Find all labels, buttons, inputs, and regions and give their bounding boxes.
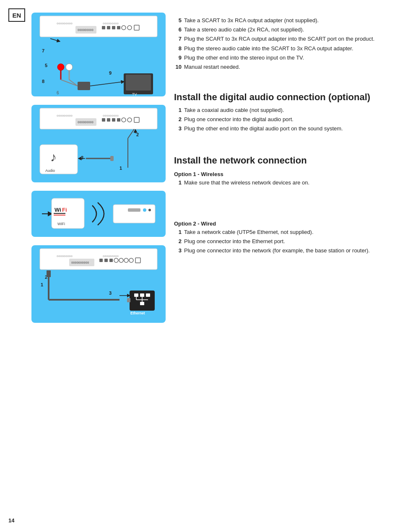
step-number: 1 (174, 106, 182, 114)
step-number: 1 (174, 228, 182, 236)
svg-point-63 (148, 209, 151, 211)
svg-text:WiFi: WiFi (57, 222, 65, 226)
svg-rect-36 (112, 118, 115, 122)
svg-rect-47 (110, 156, 114, 161)
diagram-audio: ooooooooo ooooooooo 000000000 ♪ Audio (31, 105, 166, 182)
step-number: 10 (174, 63, 182, 71)
svg-text:ooooooooo: ooooooooo (103, 22, 119, 25)
option1-label: Option 1 - Wireless (174, 171, 392, 177)
lang-text: EN (13, 12, 21, 19)
svg-text:1: 1 (41, 282, 43, 287)
svg-rect-8 (117, 26, 120, 29)
svg-text:1: 1 (119, 166, 122, 171)
left-column: ooooooooo ooooooooo 000000000 7 5 (31, 13, 166, 323)
svg-rect-7 (112, 26, 115, 29)
step-text: Make sure that the wireless network devi… (184, 179, 309, 187)
steps-list-1: 5Take a SCART to 3x RCA output adapter (… (174, 17, 392, 71)
diagram-audio-svg: ooooooooo ooooooooo 000000000 ♪ Audio (31, 105, 166, 182)
diagram-wifi: Wi Fi WiFi (31, 191, 166, 237)
svg-text:5: 5 (45, 63, 47, 68)
svg-rect-60 (113, 205, 155, 223)
svg-text:Wi: Wi (55, 207, 61, 213)
option2-suffix: - Wired (196, 221, 216, 227)
section2: Install the digital audio connection (op… (174, 84, 392, 134)
svg-text:3: 3 (109, 291, 112, 296)
diagram-ethernet-svg: ooooooooo ooooooooo 0000000000 2 1 (31, 245, 166, 323)
svg-rect-22 (78, 82, 90, 90)
step-text: Manual restart needed. (184, 63, 240, 71)
svg-text:ooooooooo: ooooooooo (103, 114, 119, 117)
step-text: Plug one connector into the network (for… (184, 247, 370, 254)
section3-title: Install the network connection (174, 155, 392, 166)
list-item: 9Plug the other end into the stereo inpu… (174, 54, 392, 62)
step-number: 2 (174, 116, 182, 123)
svg-line-20 (61, 80, 78, 86)
main-layout: ooooooooo ooooooooo 000000000 7 5 (31, 13, 392, 323)
list-item: 8Plug the stereo audio cable into the SC… (174, 45, 392, 52)
svg-rect-58 (54, 215, 65, 215)
list-item: 3Plug one connector into the network (fo… (174, 247, 392, 254)
list-item: 5Take a SCART to 3x RCA output adapter (… (174, 17, 392, 24)
svg-rect-57 (54, 213, 65, 214)
svg-text:8: 8 (42, 79, 44, 84)
step-number: 1 (174, 179, 182, 187)
page-number: 14 (8, 517, 14, 524)
steps-list-3a: 1Make sure that the wireless network dev… (174, 179, 392, 187)
svg-rect-69 (99, 259, 103, 262)
svg-point-17 (66, 64, 73, 70)
step-number: 3 (174, 125, 182, 132)
step-number: 7 (174, 35, 182, 43)
svg-text:9: 9 (109, 70, 112, 75)
svg-rect-34 (102, 118, 105, 122)
step-text: Plug one connector into the digital audi… (184, 116, 294, 123)
svg-rect-29 (40, 108, 157, 129)
diagram-ethernet: ooooooooo ooooooooo 0000000000 2 1 (31, 245, 166, 323)
step-text: Plug the stereo audio cable into the SCA… (184, 45, 353, 52)
svg-point-15 (57, 64, 64, 70)
svg-rect-79 (47, 270, 51, 277)
section3: Install the network connection Option 1 … (174, 148, 392, 256)
svg-rect-61 (128, 208, 140, 212)
svg-rect-6 (107, 26, 110, 29)
step-number: 5 (174, 17, 182, 24)
svg-rect-0 (40, 16, 157, 37)
step-text: Plug one connector into the Ethernet por… (184, 238, 285, 245)
svg-line-13 (50, 39, 59, 41)
svg-text:ooooooooo: ooooooooo (57, 254, 73, 258)
section1-steps: 5Take a SCART to 3x RCA output adapter (… (174, 17, 392, 73)
svg-line-28 (90, 82, 123, 86)
steps-list-2: 1Take a coaxial audio cable (not supplie… (174, 106, 392, 133)
svg-point-62 (143, 208, 146, 212)
step-number: 6 (174, 26, 182, 34)
svg-rect-37 (117, 118, 120, 122)
svg-text:♪: ♪ (50, 150, 57, 164)
svg-line-21 (69, 80, 78, 86)
list-item: 2Plug one connector into the Ethernet po… (174, 238, 392, 245)
steps-list-3b: 1Take a network cable (UTP5e Ethernet, n… (174, 228, 392, 255)
list-item: 1Take a network cable (UTP5e Ethernet, n… (174, 228, 392, 236)
step-text: Take a SCART to 3x RCA output adapter (n… (184, 17, 319, 24)
svg-rect-25 (126, 75, 151, 91)
svg-rect-71 (109, 259, 113, 262)
svg-rect-64 (40, 249, 157, 270)
diagram-wifi-svg: Wi Fi WiFi (31, 191, 166, 237)
svg-text:Fi: Fi (62, 207, 67, 213)
option1-bold: Option 1 (174, 171, 196, 177)
step-text: Take a network cable (UTP5e Ethernet, no… (184, 228, 314, 236)
svg-line-50 (128, 129, 134, 138)
option2-label: Option 2 - Wired (174, 221, 392, 227)
svg-text:000000000: 000000000 (78, 121, 94, 124)
step-text: Take a stereo audio cable (2x RCA, not s… (184, 26, 304, 34)
section2-title: Install the digital audio connection (op… (174, 92, 392, 103)
svg-text:Ethernet: Ethernet (130, 311, 145, 315)
step-number: 9 (174, 54, 182, 62)
step-number: 8 (174, 45, 182, 52)
step-text: Take a coaxial audio cable (not supplied… (184, 106, 284, 114)
svg-text:6: 6 (57, 91, 59, 95)
list-item: 2Plug one connector into the digital aud… (174, 116, 392, 123)
svg-text:000000000: 000000000 (78, 29, 94, 32)
step-text: Plug the other end into the digital audi… (184, 125, 343, 132)
diagram-scart-svg: ooooooooo ooooooooo 000000000 7 5 (31, 13, 166, 96)
step-text: Plug the other end into the stereo input… (184, 54, 304, 62)
svg-rect-85 (134, 293, 138, 297)
